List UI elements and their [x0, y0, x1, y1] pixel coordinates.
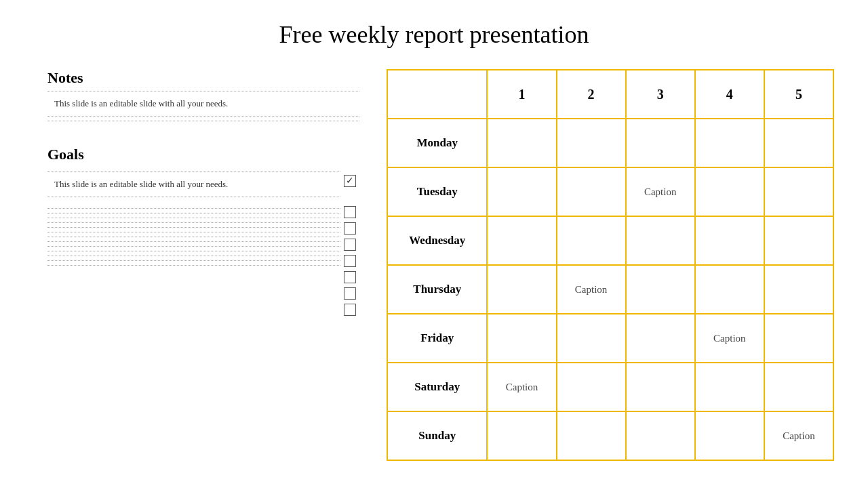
table-row: SundayCaption	[387, 411, 833, 460]
notes-divider-3	[47, 121, 359, 121]
cell-sunday-5: Caption	[764, 411, 833, 460]
table-header-row: 1 2 3 4 5	[387, 70, 833, 119]
page: Free weekly report presentation Notes Th…	[0, 0, 868, 488]
day-label-friday: Friday	[387, 314, 487, 363]
goals-divider-13	[47, 260, 340, 261]
table-row: FridayCaption	[387, 314, 833, 363]
goals-heading: Goals	[47, 146, 359, 163]
header-col-1: 1	[487, 70, 556, 119]
goals-divider-0	[47, 171, 340, 172]
table-row: Monday	[387, 119, 833, 167]
checkbox-4[interactable]	[344, 239, 356, 251]
cell-thursday-1	[487, 265, 556, 314]
cell-thursday-2: Caption	[557, 265, 626, 314]
cell-saturday-5	[764, 363, 833, 411]
notes-text: This slide is an editable slide with all…	[47, 96, 359, 112]
header-col-5: 5	[764, 70, 833, 119]
cell-tuesday-4	[695, 167, 764, 216]
cell-friday-2	[557, 314, 626, 363]
cell-saturday-3	[626, 363, 695, 411]
goals-divider-2	[47, 208, 340, 209]
caption-text: Caption	[575, 284, 608, 295]
cell-friday-4: Caption	[695, 314, 764, 363]
checkbox-6[interactable]	[344, 271, 356, 283]
right-panel: 1 2 3 4 5 MondayTuesdayCaptionWednesdayT…	[387, 69, 834, 468]
goals-divider-8	[47, 237, 340, 237]
goals-divider-7	[47, 232, 340, 232]
goals-divider-9	[47, 241, 340, 242]
content-area: Notes This slide is an editable slide wi…	[34, 69, 834, 468]
cell-saturday-2	[557, 363, 626, 411]
cell-sunday-3	[626, 411, 695, 460]
day-label-tuesday: Tuesday	[387, 167, 487, 216]
cell-monday-4	[695, 119, 764, 167]
cell-wednesday-5	[764, 216, 833, 265]
cell-tuesday-2	[557, 167, 626, 216]
checkbox-3[interactable]	[344, 222, 356, 235]
cell-thursday-3	[626, 265, 695, 314]
cell-sunday-2	[557, 411, 626, 460]
goals-divider-10	[47, 246, 340, 247]
cell-thursday-5	[764, 265, 833, 314]
goals-divider-1	[47, 197, 340, 197]
cell-wednesday-1	[487, 216, 556, 265]
day-label-thursday: Thursday	[387, 265, 487, 314]
table-body: MondayTuesdayCaptionWednesdayThursdayCap…	[387, 119, 833, 460]
checkmark-icon: ✓	[346, 176, 354, 186]
cell-tuesday-5	[764, 167, 833, 216]
cell-monday-2	[557, 119, 626, 167]
header-col-3: 3	[626, 70, 695, 119]
cell-friday-5	[764, 314, 833, 363]
cell-monday-3	[626, 119, 695, 167]
notes-heading: Notes	[47, 69, 359, 87]
goals-section: Goals This slide is an editable slide wi…	[47, 146, 359, 318]
notes-divider-1	[47, 91, 359, 92]
checkbox-7[interactable]	[344, 287, 356, 300]
weekly-table: 1 2 3 4 5 MondayTuesdayCaptionWednesdayT…	[387, 69, 834, 461]
table-row: ThursdayCaption	[387, 265, 833, 314]
caption-text: Caption	[713, 333, 746, 344]
cell-wednesday-2	[557, 216, 626, 265]
left-panel: Notes This slide is an editable slide wi…	[34, 69, 359, 468]
goals-divider-14	[47, 265, 340, 266]
cell-wednesday-3	[626, 216, 695, 265]
cell-wednesday-4	[695, 216, 764, 265]
cell-tuesday-3: Caption	[626, 167, 695, 216]
cell-saturday-4	[695, 363, 764, 411]
day-label-wednesday: Wednesday	[387, 216, 487, 265]
cell-thursday-4	[695, 265, 764, 314]
cell-tuesday-1	[487, 167, 556, 216]
cell-friday-3	[626, 314, 695, 363]
checkbox-1[interactable]: ✓	[344, 175, 356, 187]
header-day-col	[387, 70, 487, 119]
header-col-2: 2	[557, 70, 626, 119]
goals-divider-4	[47, 218, 340, 218]
cell-monday-5	[764, 119, 833, 167]
page-title: Free weekly report presentation	[34, 20, 834, 49]
checkbox-2[interactable]	[344, 206, 356, 218]
day-label-monday: Monday	[387, 119, 487, 167]
table-row: Wednesday	[387, 216, 833, 265]
goals-divider-6	[47, 227, 340, 228]
cell-friday-1	[487, 314, 556, 363]
goals-divider-5	[47, 222, 340, 223]
goals-divider-3	[47, 213, 340, 214]
day-label-saturday: Saturday	[387, 363, 487, 411]
checkbox-5[interactable]	[344, 255, 356, 267]
notes-section: Notes This slide is an editable slide wi…	[47, 69, 359, 125]
caption-text: Caption	[783, 430, 815, 441]
goals-divider-11	[47, 251, 340, 251]
cell-sunday-4	[695, 411, 764, 460]
cell-saturday-1: Caption	[487, 363, 556, 411]
day-label-sunday: Sunday	[387, 411, 487, 460]
cell-monday-1	[487, 119, 556, 167]
caption-text: Caption	[506, 382, 538, 392]
caption-text: Caption	[644, 186, 677, 197]
header-col-4: 4	[695, 70, 764, 119]
table-row: TuesdayCaption	[387, 167, 833, 216]
goals-text: This slide is an editable slide with all…	[47, 176, 340, 192]
goals-divider-12	[47, 256, 340, 256]
checkbox-8[interactable]	[344, 304, 356, 316]
table-row: SaturdayCaption	[387, 363, 833, 411]
cell-sunday-1	[487, 411, 556, 460]
